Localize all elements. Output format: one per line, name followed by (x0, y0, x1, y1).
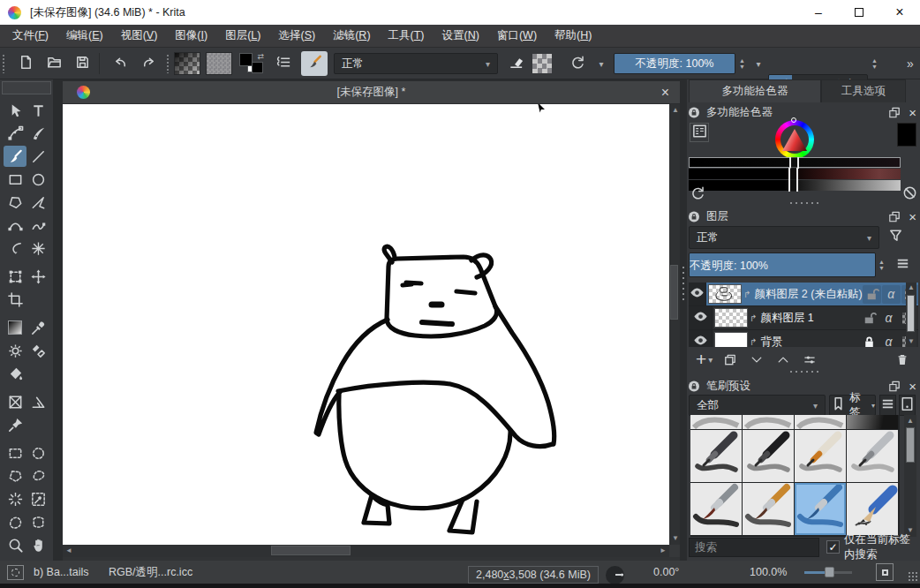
toolbar-overflow-button[interactable]: » (902, 48, 918, 79)
move-layer-up-button[interactable] (776, 352, 790, 366)
canvas-tab-close-button[interactable]: × (661, 85, 669, 101)
brush-editor-button[interactable] (301, 48, 328, 79)
scroll-left-icon[interactable]: ◄ (65, 547, 72, 554)
brush-preset[interactable] (847, 430, 898, 482)
layer-name[interactable]: 颜料图层 2 (来自粘贴) (754, 287, 862, 302)
lock-icon[interactable] (687, 379, 701, 393)
lock-icon[interactable] (687, 105, 701, 119)
color-bar-handle[interactable] (788, 168, 798, 180)
transform-tool[interactable] (4, 266, 26, 287)
brush-preset[interactable] (690, 430, 742, 482)
scroll-down-icon[interactable]: ▼ (672, 535, 679, 542)
docker-resize-handle[interactable] (788, 201, 818, 205)
color-profile-label[interactable]: RGB/透明...rc.icc (109, 561, 192, 584)
layer-opacity-spinner[interactable]: ▲▼ (876, 253, 887, 277)
blend-mode-combo[interactable]: 正常 ▾ (334, 53, 498, 74)
multibrush-tool[interactable] (26, 237, 49, 259)
brush-preset-selected[interactable] (795, 483, 846, 535)
opacity-slider[interactable]: 不透明度: 100% (614, 53, 735, 74)
calligraphy-tool[interactable] (26, 123, 49, 144)
menu-设置N[interactable]: 设置(N) (434, 28, 488, 43)
brush-preset[interactable] (847, 483, 898, 535)
workspace-chooser-button[interactable] (272, 48, 295, 79)
layer-visibility-toggle[interactable] (689, 330, 713, 347)
zoom-value[interactable]: 100.0% (750, 561, 787, 584)
redo-button[interactable] (136, 48, 161, 79)
magnetic-select-tool[interactable] (26, 511, 49, 532)
freehand-path-tool[interactable] (26, 215, 49, 236)
reload-dropdown[interactable]: ▾ (595, 48, 607, 79)
duplicate-layer-button[interactable] (723, 352, 737, 366)
alpha-lock-toggle[interactable]: α (879, 333, 898, 348)
delete-layer-button[interactable] (895, 352, 909, 366)
tab-advanced-color-selector[interactable]: 多功能拾色器 (689, 79, 821, 102)
brush-preset-smudge[interactable] (847, 415, 898, 429)
new-document-button[interactable] (14, 48, 37, 79)
brush-search-input[interactable] (689, 538, 819, 557)
rectangle-tool[interactable] (4, 169, 26, 190)
eraser-mode-button[interactable] (504, 48, 527, 79)
color-picker-tool[interactable] (26, 317, 49, 338)
layer-opacity-slider[interactable]: 不透明度: 100% (689, 253, 876, 277)
layer-lock-open-icon[interactable] (863, 285, 881, 304)
zoom-track[interactable] (804, 571, 852, 574)
fit-page-button[interactable] (876, 561, 894, 584)
layer-lock-open-icon[interactable] (860, 309, 879, 328)
layers-header[interactable]: 图层 × (687, 208, 920, 224)
toolbox-header[interactable] (2, 81, 51, 94)
rotation-value[interactable]: 0.00° (653, 561, 679, 584)
h-scroll-thumb[interactable] (271, 546, 351, 555)
color-settings-button[interactable] (690, 123, 709, 142)
pattern-edit-tool[interactable] (4, 340, 26, 361)
brush-preset[interactable] (795, 430, 846, 482)
toolbar-drag-handle[interactable] (2, 48, 6, 79)
text-tool[interactable] (26, 100, 49, 121)
scroll-up-icon[interactable]: ▲ (908, 284, 915, 291)
pattern-chooser[interactable] (206, 48, 232, 79)
search-scope-checkbox[interactable]: ✓ (826, 540, 840, 554)
layer-main[interactable]: ↱颜料图层 1α (713, 306, 918, 329)
layer-name[interactable]: 颜料图层 1 (760, 311, 860, 326)
canvas-tab-bar[interactable]: [未保存图像] * × (63, 81, 680, 104)
scroll-down-icon[interactable]: ▼ (908, 338, 915, 345)
current-color-swatch[interactable] (897, 123, 916, 147)
brush-presets-header[interactable]: 笔刷预设 × (687, 378, 920, 394)
layer-visibility-toggle[interactable] (689, 283, 706, 305)
zoom-tool[interactable] (4, 534, 26, 555)
float-icon[interactable] (887, 209, 901, 223)
brush-preset-eraser[interactable] (690, 415, 742, 429)
smart-patch-tool[interactable] (26, 340, 49, 361)
zoom-slider[interactable] (804, 561, 852, 584)
layer-blend-mode-combo[interactable]: 正常 ▾ (689, 226, 879, 249)
layer-row[interactable]: ↱颜料图层 1α (689, 306, 918, 330)
layer-properties-button[interactable] (803, 352, 817, 366)
resize-grip[interactable] (908, 571, 918, 582)
layer-menu-button[interactable] (895, 258, 909, 272)
toolbar-drag-handle-2[interactable] (166, 48, 170, 79)
color-bar-value[interactable] (689, 180, 901, 191)
brush-preset[interactable] (743, 430, 794, 482)
fill-tool[interactable] (4, 363, 26, 384)
menu-图像I[interactable]: 图像(I) (166, 28, 216, 43)
layer-main[interactable]: ↱颜料图层 2 (来自粘贴)α (706, 283, 918, 305)
panel-splitter[interactable] (680, 79, 687, 561)
undo-button[interactable] (108, 48, 132, 79)
menu-滤镜R[interactable]: 滤镜(R) (324, 28, 379, 43)
move-tool[interactable] (26, 266, 49, 287)
add-layer-dropdown[interactable]: ▾ (708, 355, 713, 365)
transform-select-tool[interactable] (4, 100, 26, 121)
brush-preset-eraser[interactable] (743, 415, 794, 429)
color-bar-saturation[interactable] (689, 169, 901, 179)
selection-mode-button[interactable] (7, 561, 24, 584)
measure-tool[interactable] (26, 391, 49, 412)
pan-tool[interactable] (26, 534, 49, 555)
layer-row[interactable]: ↱背景α (689, 330, 918, 347)
alpha-lock-toggle[interactable]: α (882, 285, 901, 304)
dynamic-brush-tool[interactable] (4, 237, 26, 259)
fg-bg-color-chooser[interactable]: ⇄ (238, 48, 267, 79)
scroll-up-icon[interactable]: ▲ (672, 107, 679, 114)
color-bar-hue[interactable] (689, 157, 901, 168)
brush-preset-eraser[interactable] (795, 415, 846, 429)
lock-icon[interactable] (687, 209, 701, 223)
scroll-right-icon[interactable]: ► (660, 547, 667, 554)
